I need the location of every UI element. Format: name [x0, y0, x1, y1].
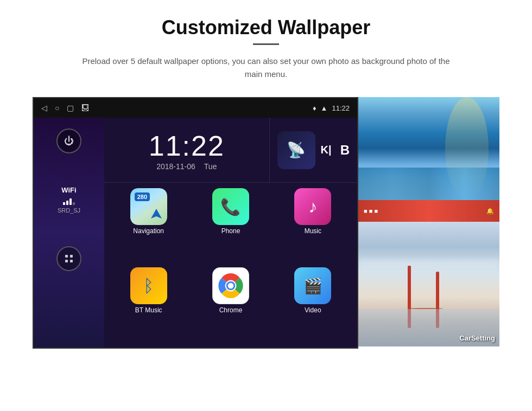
power-icon: ⏻	[64, 136, 74, 147]
status-left: ◁ ○ ▢ ⛾	[41, 104, 89, 112]
grid-dot	[70, 255, 73, 258]
b-icon: B	[340, 143, 350, 158]
app-item-navigation[interactable]: 280 Navigation	[110, 188, 187, 263]
music-icon: ♪	[294, 188, 331, 225]
light-beam	[445, 97, 489, 200]
clock-area: 11:22 2018-11-06 Tue	[104, 118, 270, 182]
phone-symbol: 📞	[220, 197, 240, 216]
quick-icons: K| B	[321, 143, 350, 158]
music-note-icon: ♪	[308, 197, 317, 217]
app-item-chrome[interactable]: Chrome	[192, 267, 269, 342]
wallpaper-bridge[interactable]: CarSetting	[358, 222, 499, 346]
clock-time: 11:22	[149, 130, 225, 162]
page-title: Customized Wallpaper	[162, 16, 371, 39]
wifi-widget: WiFi SRD_SJ	[58, 186, 80, 214]
apps-button[interactable]	[56, 246, 81, 271]
wifi-bar-4	[73, 202, 75, 205]
grid-dot	[65, 260, 68, 262]
bridge-wallpaper-bg: CarSetting	[358, 222, 499, 346]
wifi-bar-3	[69, 198, 72, 205]
app-grid: 280 Navigation 📞 Pho	[104, 183, 357, 348]
home-icon[interactable]: ○	[55, 104, 59, 112]
wifi-signal	[58, 196, 80, 205]
app-label-video: Video	[305, 306, 321, 314]
fog-layer	[358, 259, 499, 270]
back-arrow-icon[interactable]: ◁	[41, 104, 47, 112]
wifi-bar-2	[66, 201, 68, 205]
app-label-navigation: Navigation	[133, 227, 164, 235]
strip-icon: 🔔	[486, 208, 494, 215]
wifi-icon: ▲	[321, 104, 328, 112]
app-item-btmusic[interactable]: ᛒ BT Music	[110, 267, 187, 342]
wifi-bar-1	[63, 202, 65, 205]
location-icon: ♦	[313, 104, 316, 112]
app-item-phone[interactable]: 📞 Phone	[192, 188, 269, 263]
main-panel: 11:22 2018-11-06 Tue 📡 K| B	[104, 118, 357, 348]
ice-wallpaper-bg	[358, 97, 499, 200]
nav-badge: 280	[135, 192, 150, 201]
wifi-label: WiFi	[58, 186, 80, 194]
apps-grid-icon	[65, 255, 73, 262]
nav-map-bg: 280	[130, 188, 167, 225]
video-icon: 🎬	[294, 267, 331, 304]
screen-body: ⏻ WiFi SRD_SJ	[34, 118, 357, 348]
title-divider	[253, 43, 279, 45]
red-strip: ■ ■ ■ 🔔	[358, 200, 499, 222]
svg-point-3	[228, 283, 233, 288]
wifi-widget-icon: 📡	[277, 131, 315, 169]
clock-display: 11:22	[332, 104, 350, 112]
signal-icon: 📡	[287, 141, 306, 159]
wallpaper-ice[interactable]: ■ ■ ■ 🔔	[358, 97, 499, 222]
status-right: ♦ ▲ 11:22	[313, 104, 350, 112]
navigation-icon: 280	[130, 188, 167, 225]
left-sidebar: ⏻ WiFi SRD_SJ	[34, 118, 104, 348]
app-item-music[interactable]: ♪ Music	[274, 188, 352, 263]
android-screen: ◁ ○ ▢ ⛾ ♦ ▲ 11:22 ⏻ WiFi	[33, 97, 358, 349]
nav-arrow-icon	[150, 208, 163, 221]
app-label-chrome: Chrome	[219, 306, 243, 314]
ki-icon: K|	[321, 144, 332, 156]
clock-section: 11:22 2018-11-06 Tue 📡 K| B	[104, 118, 357, 183]
btmusic-icon: ᛒ	[130, 267, 167, 304]
chrome-icon	[212, 267, 249, 304]
screenshot-icon[interactable]: ⛾	[81, 104, 89, 112]
recents-icon[interactable]: ▢	[67, 104, 74, 112]
clapperboard-icon: 🎬	[303, 277, 322, 295]
app-item-video[interactable]: 🎬 Video	[274, 267, 352, 342]
app-label-phone: Phone	[221, 227, 240, 235]
wifi-ssid: SRD_SJ	[58, 207, 80, 214]
wallpaper-carsetting-label: CarSetting	[459, 334, 495, 342]
chrome-svg-icon	[217, 272, 244, 299]
app-label-btmusic: BT Music	[135, 306, 162, 314]
date-display: 2018-11-06	[156, 162, 195, 171]
main-content: ◁ ○ ▢ ⛾ ♦ ▲ 11:22 ⏻ WiFi	[33, 97, 499, 349]
day-display: Tue	[204, 162, 217, 171]
power-button[interactable]: ⏻	[56, 129, 81, 153]
page-description: Preload over 5 default wallpaper options…	[76, 55, 456, 81]
status-bar: ◁ ○ ▢ ⛾ ♦ ▲ 11:22	[34, 98, 357, 118]
grid-dot	[70, 260, 73, 262]
grid-dot	[65, 255, 68, 258]
clock-date: 2018-11-06 Tue	[156, 162, 217, 171]
phone-icon: 📞	[212, 188, 249, 225]
wallpaper-panel: ■ ■ ■ 🔔 CarSetting	[358, 97, 499, 349]
app-label-music: Music	[305, 227, 321, 235]
strip-text: ■ ■ ■	[364, 208, 378, 214]
widget-area: 📡 K| B	[270, 118, 357, 182]
bluetooth-icon: ᛒ	[143, 276, 154, 296]
